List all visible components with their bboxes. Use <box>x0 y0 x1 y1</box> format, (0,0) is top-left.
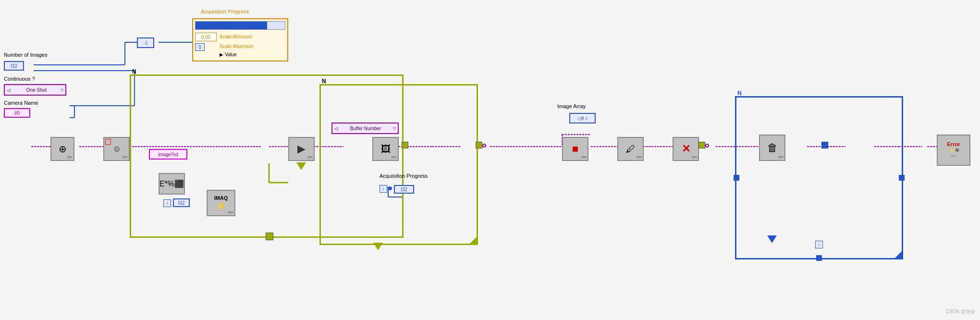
stop-node[interactable]: ■ dx▪ <box>562 137 588 161</box>
inner-loop-right-tunnel <box>476 142 482 148</box>
outer-loop-i-terminal: i <box>163 199 171 207</box>
outer-loop-n-label: N <box>132 68 136 75</box>
blue-loop-bottom-iter-tunnel <box>767 235 777 243</box>
watermark: CSDN @浙金 <box>946 308 975 315</box>
inner-loop-n-label: N <box>322 78 326 85</box>
init-session-node[interactable]: ⊕ dx▪ <box>50 137 74 161</box>
blue-loop-i-terminal: i <box>815 241 823 248</box>
acquisition-progress-control[interactable]: 0.00 Scale.Minimum Scale.Maximum 0 ▶ Val… <box>192 18 288 62</box>
error-node[interactable]: Error ⚡⊕ * * <box>937 135 970 166</box>
one-shot-dropdown[interactable]: ◁ One Shot ▽ <box>4 84 66 96</box>
configure-node[interactable]: ⚙ dx▪ <box>103 137 130 161</box>
play-node[interactable]: ▶ dx▪ <box>288 137 315 161</box>
image-array-label: Image Array <box>557 103 586 109</box>
outer-loop-i32-display: I32 <box>173 198 190 207</box>
format-string-node[interactable]: E*%⬛ <box>159 173 185 195</box>
block-diagram-canvas: Number of Images I32 Continuous ? ◁ One … <box>0 0 980 320</box>
imaq-create-node[interactable]: IMAQ ⚡ dx▪ <box>207 190 235 216</box>
acquisition-progress-top-label: Acquisition Progress <box>201 9 249 14</box>
blue-loop-bottom-connector <box>816 255 822 261</box>
inner-loop-bottom-tunnel <box>373 243 383 250</box>
number-of-images-control[interactable]: I32 <box>4 61 24 71</box>
delete-node[interactable]: ✕ dx▪ <box>673 137 699 161</box>
outer-loop-iter-tunnel <box>266 233 273 240</box>
write-node[interactable]: 🖊 dx▪ <box>617 137 644 161</box>
get-image-node[interactable]: 🖼 dx▪ <box>372 137 399 161</box>
inner-loop-i-dot <box>388 186 392 190</box>
inner-loop-i32-indicator: I32 <box>394 185 414 194</box>
image-pattern-control[interactable]: image%d <box>149 149 187 160</box>
continuous-label: Continuous ? <box>4 76 35 82</box>
camera-name-control[interactable]: I/0 <box>4 108 30 118</box>
blue-loop-right-tunnel-sq <box>821 142 828 148</box>
inner-loop-corner <box>469 236 478 245</box>
inner-loop-i-terminal: i <box>380 185 387 193</box>
play-iter-tunnel <box>296 162 306 170</box>
delete-array-node[interactable]: 🗑 dx▪ <box>759 135 785 161</box>
blue-loop-right-connector <box>899 175 905 181</box>
blue-outer-loop: N i <box>735 96 903 259</box>
buffer-number-dropdown[interactable]: ◁ Buffer Number ▽ <box>331 123 399 134</box>
blue-loop-left-connector <box>734 175 739 181</box>
inner-for-loop: N <box>319 84 478 245</box>
inner-loop-right-circle <box>482 144 486 148</box>
blue-loop-n-label: N <box>737 90 742 97</box>
image-array-control[interactable]: ◁ B J <box>569 113 596 123</box>
acquisition-progress-inner-label: Acquisition Progress <box>380 173 428 179</box>
blue-loop-corner <box>894 250 903 259</box>
number-of-images-label: Number of Images <box>4 52 47 58</box>
camera-name-label: Camera Name <box>4 100 38 106</box>
minus1-constant: -1 <box>137 37 154 48</box>
right-section-circle <box>705 144 709 148</box>
right-section-tunnel <box>698 142 705 148</box>
